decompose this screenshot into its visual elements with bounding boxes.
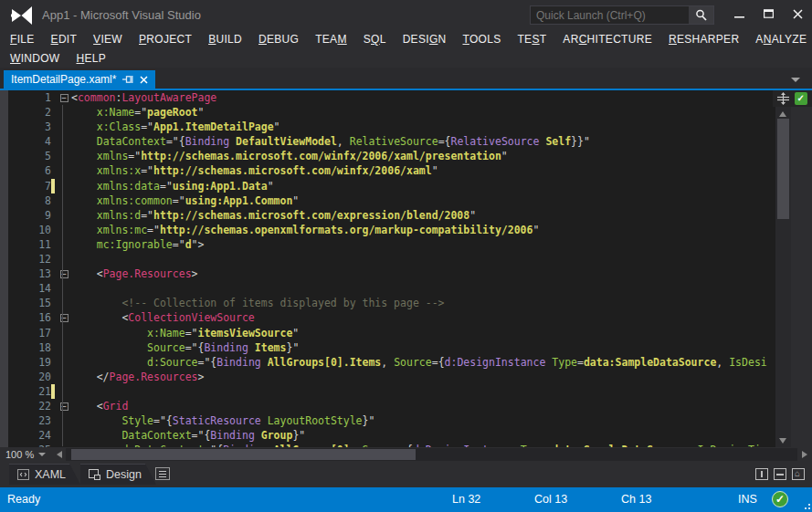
scroll-up-icon[interactable]	[779, 111, 786, 117]
code-line[interactable]: 24 DataContext="{Binding Group}"	[0, 428, 775, 443]
status-ok-icon: ✓	[772, 491, 788, 507]
code-line[interactable]: 16− <CollectionViewSource	[0, 310, 775, 325]
status-ready: Ready	[7, 487, 40, 512]
code-line[interactable]: 22− <Grid	[0, 399, 775, 413]
modified-marker	[51, 384, 55, 399]
scroll-right-icon[interactable]	[802, 451, 807, 458]
tab-list-chevron-icon[interactable]	[791, 78, 800, 82]
code-text: x:Class="App1.ItemDetailPage"	[71, 120, 280, 134]
document-tab-active[interactable]: ItemDetailPage.xaml*	[4, 70, 155, 89]
menu-item-architecture[interactable]: ARCHITECTURE	[554, 31, 660, 50]
collapse-pane-icon[interactable]	[792, 468, 805, 480]
pin-icon[interactable]	[122, 75, 133, 84]
fold-margin	[57, 105, 71, 120]
scroll-left-icon[interactable]	[57, 451, 62, 458]
code-line[interactable]: 7 xmlns:data="using:App1.Data"	[0, 179, 775, 193]
menu-item-edit[interactable]: EDIT	[43, 31, 86, 50]
vertical-split-icon[interactable]	[755, 468, 768, 480]
code-text: x:Name="itemsViewSource"	[71, 326, 299, 340]
code-line[interactable]: 8 xmlns:common="using:App1.Common"	[0, 193, 775, 208]
menu-item-test[interactable]: TEST	[509, 31, 554, 50]
status-column: Col 13	[534, 487, 567, 512]
fold-toggle[interactable]: −	[60, 94, 69, 102]
menu-item-resharper[interactable]: RESHARPER	[660, 31, 747, 50]
vertical-scrollbar[interactable]	[775, 107, 791, 447]
code-line[interactable]: 12	[0, 252, 775, 266]
menu-item-window[interactable]: WINDOW	[2, 50, 68, 68]
code-line[interactable]: 3 x:Class="App1.ItemDetailPage"	[0, 120, 775, 134]
horizontal-split-icon[interactable]	[774, 468, 786, 480]
tab-xaml[interactable]: XAML	[9, 464, 80, 485]
quick-launch-input[interactable]	[531, 6, 689, 24]
code-text: xmlns="http://schemas.microsoft.com/winf…	[71, 149, 508, 163]
code-line[interactable]: 23 Style="{StaticResource LayoutRootStyl…	[0, 413, 775, 428]
fold-margin	[57, 428, 71, 443]
code-line[interactable]: 4 DataContext="{Binding DefaultViewModel…	[0, 134, 775, 149]
fold-toggle[interactable]: −	[60, 314, 69, 322]
code-line[interactable]: 20 </Page.Resources>	[0, 370, 775, 384]
fold-toggle[interactable]: −	[60, 270, 69, 278]
code-viewport[interactable]: 1−<common:LayoutAwarePage2 x:Name="pageR…	[0, 90, 775, 447]
menu-item-analyze[interactable]: ANALYZE	[747, 31, 812, 50]
breakpoint-margin[interactable]	[0, 90, 8, 447]
scroll-down-icon[interactable]	[779, 438, 786, 444]
code-line[interactable]: 11 mc:Ignorable="d">	[0, 237, 775, 252]
fold-margin	[57, 193, 71, 208]
close-button[interactable]	[783, 0, 812, 27]
fold-margin	[57, 413, 71, 428]
vertical-scroll-thumb[interactable]	[777, 119, 789, 219]
code-line[interactable]: 14	[0, 281, 775, 296]
chevron-down-icon	[38, 453, 46, 456]
modified-marker	[51, 179, 55, 193]
pane-layout-buttons	[755, 468, 805, 480]
code-text: x:Name="pageRoot"	[71, 105, 204, 120]
document-tab-label: ItemDetailPage.xaml*	[11, 73, 116, 86]
horizontal-scroll-thumb[interactable]	[71, 449, 416, 460]
editor-right-margin	[791, 90, 812, 447]
horizontal-scroll-row: 100 %	[0, 447, 812, 462]
code-line[interactable]: 21	[0, 384, 775, 399]
menu-item-build[interactable]: BUILD	[200, 31, 250, 50]
search-icon[interactable]	[689, 6, 713, 24]
code-line[interactable]: 15 <!-- Collection of items displayed by…	[0, 296, 775, 310]
code-text: <common:LayoutAwarePage	[71, 90, 216, 105]
code-text: xmlns:data="using:App1.Data"	[71, 179, 274, 193]
code-line[interactable]: 17 x:Name="itemsViewSource"	[0, 326, 775, 340]
code-line[interactable]: 10 xmlns:mc="http://schemas.openxmlforma…	[0, 223, 775, 237]
fold-margin	[57, 208, 71, 223]
horizontal-scroll-track[interactable]	[66, 448, 797, 461]
zoom-control[interactable]: 100 %	[0, 447, 51, 462]
splitter-icon[interactable]	[777, 92, 789, 105]
code-line[interactable]: 6 xmlns:x="http://schemas.microsoft.com/…	[0, 163, 775, 178]
minimize-button[interactable]	[724, 0, 754, 27]
resharper-status-icon[interactable]: ✓	[795, 92, 807, 105]
code-line[interactable]: 18 Source="{Binding Items}"	[0, 340, 775, 355]
menu-item-help[interactable]: HELP	[68, 50, 114, 68]
menu-item-project[interactable]: PROJECT	[131, 31, 200, 50]
menu-item-debug[interactable]: DEBUG	[250, 31, 307, 50]
code-line[interactable]: 1−<common:LayoutAwarePage	[0, 90, 775, 105]
fold-toggle[interactable]: −	[60, 402, 69, 411]
code-line[interactable]: 13− <Page.Resources>	[0, 266, 775, 281]
code-text: Style="{StaticResource LayoutRootStyle}"	[71, 413, 374, 428]
maximize-button[interactable]	[754, 0, 783, 27]
fold-margin	[57, 370, 71, 384]
window-title: App1 - Microsoft Visual Studio	[42, 0, 201, 31]
code-editor: 1−<common:LayoutAwarePage2 x:Name="pageR…	[0, 90, 812, 462]
code-line[interactable]: 9 xmlns:d="http://schemas.microsoft.com/…	[0, 208, 775, 223]
fold-margin	[57, 296, 71, 310]
close-tab-icon[interactable]	[140, 76, 148, 84]
tab-design[interactable]: Design	[80, 464, 156, 485]
code-line[interactable]: 19 d:Source="{Binding AllGroups[0].Items…	[0, 355, 775, 370]
menu-item-team[interactable]: TEAM	[307, 31, 355, 50]
menu-item-tools[interactable]: TOOLS	[454, 31, 509, 50]
menu-item-view[interactable]: VIEW	[85, 31, 131, 50]
resize-grip[interactable]	[801, 500, 810, 509]
code-line[interactable]: 5 xmlns="http://schemas.microsoft.com/wi…	[0, 149, 775, 163]
code-line[interactable]: 2 x:Name="pageRoot"	[0, 105, 775, 120]
swap-panes-icon[interactable]	[155, 467, 170, 480]
menu-item-sql[interactable]: SQL	[355, 31, 395, 50]
fold-margin: −	[57, 310, 71, 325]
menu-item-design[interactable]: DESIGN	[395, 31, 455, 50]
menu-item-file[interactable]: FILE	[2, 31, 43, 50]
